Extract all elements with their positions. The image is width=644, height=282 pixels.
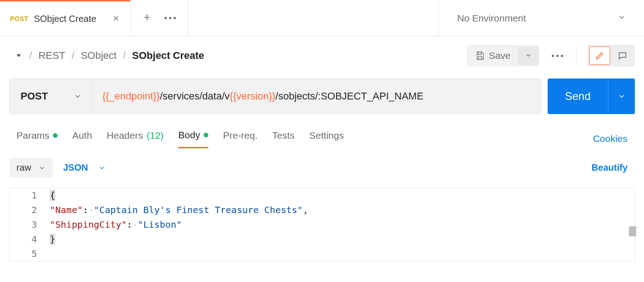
tab-body[interactable]: Body xyxy=(178,130,208,148)
line-number: 5 xyxy=(10,246,50,261)
tab-method-badge: POST xyxy=(10,15,28,22)
more-icon[interactable] xyxy=(164,17,176,19)
line-number: 4 xyxy=(10,232,50,246)
tab-headers[interactable]: Headers(12) xyxy=(107,130,164,147)
request-row: POST {{_endpoint}}/services/data/v{{vers… xyxy=(0,78,644,114)
breadcrumb-current: SObject Create xyxy=(132,50,204,62)
save-group: Save xyxy=(467,45,539,66)
beautify-button[interactable]: Beautify xyxy=(591,162,628,173)
cookies-link[interactable]: Cookies xyxy=(593,133,628,144)
save-label: Save xyxy=(489,50,511,61)
chevron-down-icon xyxy=(98,164,106,172)
pencil-icon xyxy=(595,51,605,61)
tab-prereq[interactable]: Pre-req. xyxy=(223,130,258,147)
save-chevron[interactable] xyxy=(518,47,538,65)
tab-title: SObject Create xyxy=(34,14,96,24)
send-group: Send xyxy=(548,78,635,114)
tab-request[interactable]: POST SObject Create xyxy=(0,0,131,36)
comment-icon xyxy=(618,51,628,61)
url-input[interactable]: {{_endpoint}}/services/data/v{{version}}… xyxy=(93,79,541,114)
tab-aux xyxy=(131,0,188,36)
method-url-box: POST {{_endpoint}}/services/data/v{{vers… xyxy=(9,78,541,114)
method-value: POST xyxy=(21,90,48,102)
breadcrumb: / REST / SObject / SObject Create xyxy=(29,50,204,62)
chevron-down-icon xyxy=(38,164,46,172)
edit-mode-button[interactable] xyxy=(589,47,610,65)
comment-mode-button[interactable] xyxy=(612,47,633,65)
environment-selector[interactable]: No Environment xyxy=(438,0,644,36)
more-icon[interactable] xyxy=(552,55,563,57)
tab-auth[interactable]: Auth xyxy=(72,130,92,147)
tab-settings[interactable]: Settings xyxy=(309,130,344,147)
line-number: 3 xyxy=(10,217,50,232)
save-button[interactable]: Save xyxy=(468,46,518,66)
method-select[interactable]: POST xyxy=(10,79,93,114)
line-number: 1 xyxy=(10,188,50,203)
view-mode-toggle xyxy=(587,45,635,67)
tab-strip: POST SObject Create No Environment xyxy=(0,0,644,37)
active-dot-icon xyxy=(53,133,58,138)
active-dot-icon xyxy=(204,133,208,137)
divider xyxy=(576,47,576,65)
body-format-select[interactable]: JSON xyxy=(63,162,105,173)
close-icon[interactable] xyxy=(112,14,120,24)
plus-icon[interactable] xyxy=(143,13,152,23)
body-type-select[interactable]: raw xyxy=(9,158,53,178)
chevron-down-icon xyxy=(618,13,626,23)
breadcrumb-item[interactable]: REST xyxy=(38,50,65,62)
code-editor[interactable]: 1{ 2"Name":·"Captain Bly's Finest Treasu… xyxy=(9,188,635,261)
save-icon xyxy=(475,51,485,61)
request-tabs: Params Auth Headers(12) Body Pre-req. Te… xyxy=(0,114,644,148)
tab-tests[interactable]: Tests xyxy=(272,130,295,147)
send-chevron[interactable] xyxy=(608,78,635,114)
tab-params[interactable]: Params xyxy=(16,130,58,147)
header-row: / REST / SObject / SObject Create Save xyxy=(0,37,644,78)
environment-label: No Environment xyxy=(457,13,526,24)
body-options-row: raw JSON Beautify xyxy=(0,148,644,188)
caret-down-icon[interactable] xyxy=(16,54,21,57)
line-number: 2 xyxy=(10,203,50,217)
send-button[interactable]: Send xyxy=(548,78,608,114)
chevron-down-icon xyxy=(74,92,82,100)
scrollbar-thumb[interactable] xyxy=(629,226,636,236)
breadcrumb-item[interactable]: SObject xyxy=(81,50,116,62)
